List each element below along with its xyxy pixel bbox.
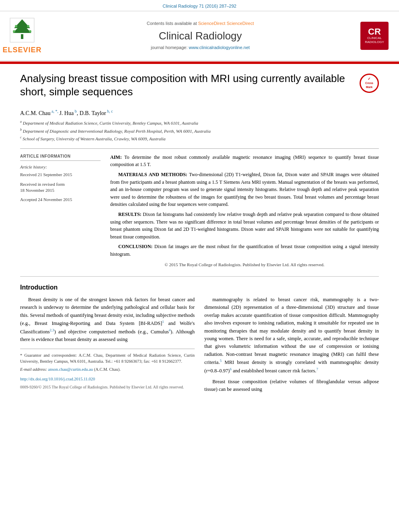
revised-label: Received in revised form 18 November 201… <box>20 181 101 194</box>
author-chau-sup: a, *, <box>50 109 59 113</box>
cr-logo-letters: CR <box>368 27 381 36</box>
affiliation-b: b Department of Diagnostic and Intervent… <box>20 127 379 134</box>
article-history-label: Article history: <box>20 164 101 170</box>
author-hua-sup: b <box>74 109 77 113</box>
footnote-guarantor: * Guarantor and correspondent: A.C.M. Ch… <box>20 352 195 365</box>
svg-point-6 <box>13 30 15 33</box>
section-divider <box>20 276 379 277</box>
cr-logo-box: CR CLINICALRADIOLOGY <box>360 22 389 50</box>
intro-left-col: Breast density is one of the strongest k… <box>20 296 195 397</box>
journal-citation: Clinical Radiology 71 (2016) 287–292 <box>162 4 236 8</box>
author-taylor-sup: b, c <box>106 109 113 113</box>
cr-logo-subtitle: CLINICALRADIOLOGY <box>365 36 384 44</box>
crossmark-badge[interactable]: ✓CrossMark <box>360 74 379 93</box>
abstract-methods: MATERIALS AND METHODS: Two-dimensional (… <box>110 171 379 208</box>
svg-point-7 <box>29 30 31 33</box>
author-chau: A.C.M. Chau <box>20 110 50 116</box>
elsevier-logo: ELSEVIER <box>0 14 44 57</box>
cr-logo-right: CR CLINICALRADIOLOGY <box>356 22 393 50</box>
introduction-heading: Introduction <box>20 283 379 292</box>
abstract-conclusion: CONCLUSION: Dixon fat images are the mos… <box>110 243 379 258</box>
abstract-column: AIM: To determine the most robust common… <box>110 154 379 268</box>
intro-para-left: Breast density is one of the strongest k… <box>20 296 195 344</box>
sciencedirect-link[interactable]: ScienceDirect <box>198 21 226 26</box>
affiliation-c: c School of Surgery, University of Weste… <box>20 135 379 142</box>
author-taylor: D.B. Taylor <box>80 110 106 116</box>
article-info-abstract-section: ARTICLE INFORMATION Article history: Rec… <box>20 148 379 268</box>
doi-line[interactable]: http://dx.doi.org/10.1016/j.crad.2015.11… <box>20 376 195 382</box>
article-info-heading: ARTICLE INFORMATION <box>20 154 101 161</box>
footnote-section: * Guarantor and correspondent: A.C.M. Ch… <box>20 349 195 373</box>
journal-citation-bar: Clinical Radiology 71 (2016) 287–292 <box>0 2 399 11</box>
contents-available-line: Contents lists available at ScienceDirec… <box>52 21 348 27</box>
intro-para-right-2: Breast tissue composition (relative volu… <box>204 378 379 394</box>
article-title: Analysing breast tissue composition with… <box>20 72 360 99</box>
main-content: Analysing breast tissue composition with… <box>0 64 399 405</box>
svg-rect-1 <box>21 34 23 39</box>
sciencedirect-name: ScienceDirect <box>226 21 254 26</box>
intro-right-col: mammography is related to breast cancer … <box>204 296 379 397</box>
red-divider-bar <box>0 62 399 63</box>
article-info-column: ARTICLE INFORMATION Article history: Rec… <box>20 154 101 268</box>
contents-text: Contents lists available at <box>147 21 197 26</box>
affiliation-a: a Department of Medical Radiation Scienc… <box>20 119 379 126</box>
abstract-copyright: © 2015 The Royal College of Radiologists… <box>110 261 379 268</box>
abstract-aim: AIM: To determine the most robust common… <box>110 154 379 168</box>
authors-line: A.C.M. Chau a, *, J. Hua b, D.B. Taylor … <box>20 109 379 117</box>
svg-point-5 <box>27 25 29 27</box>
elsevier-tree-icon <box>8 16 36 44</box>
author-comma: , <box>77 110 80 116</box>
email-link[interactable]: anson.chau@curtin.edu.au <box>48 367 93 372</box>
journal-title: Clinical Radiology <box>52 29 348 43</box>
elsevier-text: ELSEVIER <box>2 45 41 55</box>
received-date: Received 21 September 2015 <box>20 172 101 178</box>
affiliations: a Department of Medical Radiation Scienc… <box>20 119 379 142</box>
journal-header: Clinical Radiology 71 (2016) 287–292 ELS… <box>0 0 399 64</box>
abstract-results: RESULTS: Dixon fat histograms had consis… <box>110 211 379 240</box>
accepted-date: Accepted 24 November 2015 <box>20 197 101 203</box>
article-title-section: Analysing breast tissue composition with… <box>20 72 379 103</box>
footnote-email: E-mail address: anson.chau@curtin.edu.au… <box>20 366 195 373</box>
abstract-text: AIM: To determine the most robust common… <box>110 154 379 268</box>
intro-para-right-1: mammography is related to breast cancer … <box>204 296 379 375</box>
crossmark-icon: ✓CrossMark <box>360 74 379 93</box>
journal-center-info: Contents lists available at ScienceDirec… <box>44 21 356 51</box>
svg-point-4 <box>15 25 17 27</box>
introduction-section: Introduction Breast density is one of th… <box>20 283 379 397</box>
introduction-body: Breast density is one of the strongest k… <box>20 296 379 397</box>
homepage-line: journal homepage: www.clinicalradiologyo… <box>52 45 348 51</box>
author-hua: J. Hua <box>59 110 74 116</box>
journal-banner: ELSEVIER Contents lists available at Sci… <box>0 11 399 60</box>
issn-line: 0009-9260/© 2015 The Royal College of Ra… <box>20 384 195 390</box>
homepage-label: journal homepage: <box>151 45 187 50</box>
homepage-url[interactable]: www.clinicalradiologyonline.net <box>189 45 250 50</box>
